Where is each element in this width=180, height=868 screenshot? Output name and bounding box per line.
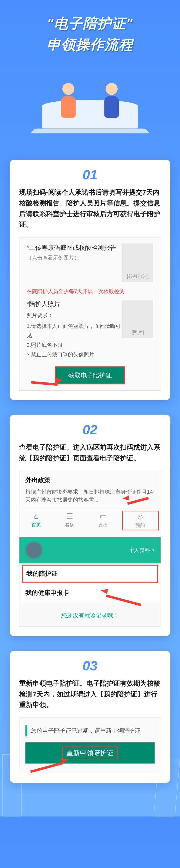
avatar[interactable] xyxy=(25,542,42,559)
step-2-number: 02 xyxy=(19,422,161,437)
arrow-head-annotation xyxy=(56,377,63,383)
upload-nucleic-hint: （点击查看示例图片） xyxy=(27,254,122,261)
step-2-description: 查看电子陪护证。进入病区前再次扫码或进入系统【我的陪护证】页面查看电子陪护证。 xyxy=(19,442,161,464)
profile-bar: 个人资料 > xyxy=(20,537,160,563)
empty-record-tip: 您还没有就诊记录哦！ xyxy=(20,604,160,626)
photo-req-3: 3.禁止上传戴口罩的头像照片 xyxy=(27,350,122,360)
upload-nucleic-label: *上传粤康码截图或核酸检测报告 xyxy=(27,244,122,252)
nav-mine[interactable]: ☺ 我的 xyxy=(122,511,159,530)
caregiver-photo-placeholder[interactable]: [照片] xyxy=(122,300,153,338)
person-right-illustration xyxy=(101,83,122,131)
photo-req-title: 照片要求： xyxy=(27,311,122,320)
green-stripe-decoration xyxy=(25,725,27,737)
page-header: "电子陪护证" 申领操作流程 xyxy=(0,0,180,64)
nav-consult[interactable]: ☰ 看病 xyxy=(53,512,87,529)
step-3-card: 03 重新申领电子陪护证。电子陪护证有效期为核酸检测7天内，如过期请进入【我的陪… xyxy=(9,651,171,783)
title-line-1: "电子陪护证" xyxy=(9,14,171,33)
arrow-head-annotation xyxy=(100,588,108,594)
nucleic-warning: 在院陪护人员至少每7天开展一次核酸检测 xyxy=(27,288,153,295)
nucleic-report-placeholder[interactable]: [核酸报告] xyxy=(122,244,153,282)
step-1-description: 现场扫码-阅读个人承诺书后请填写并提交7天内核酸检测报告、陪护人员照片等信息。提… xyxy=(19,187,161,230)
policy-title: 外出政策 xyxy=(25,476,155,484)
title-line-2: 申领操作流程 xyxy=(9,35,171,54)
step-1-screenshot: *上传粤康码截图或核酸检测报告 （点击查看示例图片） [核酸报告] 在院陪护人员… xyxy=(19,237,161,391)
step-1-card: 01 现场扫码-阅读个人承诺书后请填写并提交7天内核酸检测报告、陪护人员照片等信… xyxy=(9,160,171,400)
step-3-screenshot: 您的电子陪护证已过期，请重新申领陪护证。 重新申领陪护证 xyxy=(19,717,161,773)
step-2-card: 02 查看电子陪护证。进入病区前再次扫码或进入系统【我的陪护证】页面查看电子陪护… xyxy=(9,414,171,636)
home-icon: ⌂ xyxy=(20,512,53,521)
profile-link[interactable]: 个人资料 > xyxy=(129,547,155,554)
person-left-illustration xyxy=(58,83,79,131)
step-1-number: 01 xyxy=(19,167,161,182)
bottom-nav: ⌂ 首页 ☰ 看病 ▭ 直播 ☺ 我的 xyxy=(20,508,160,532)
caregiver-photo-label: *陪护人照片 xyxy=(27,300,122,308)
live-icon: ▭ xyxy=(86,512,120,521)
photo-req-1: 1.请选择本人正面免冠照片，面部清晰可见 xyxy=(27,321,122,340)
user-icon: ☺ xyxy=(124,513,157,521)
consult-icon: ☰ xyxy=(53,512,87,521)
step-3-description: 重新申领电子陪护证。电子陪护证有效期为核酸检测7天内，如过期请进入【我的陪护证】… xyxy=(19,678,161,710)
photo-req-2: 2.照片底色不限 xyxy=(27,340,122,350)
header-illustration xyxy=(9,68,171,150)
arrow-head-annotation xyxy=(122,495,129,501)
nav-live[interactable]: ▭ 直播 xyxy=(86,512,120,529)
reapply-button[interactable]: 重新申领陪护证 xyxy=(25,742,155,764)
expired-notice: 您的电子陪护证已过期，请重新申领陪护证。 xyxy=(31,725,146,737)
menu-my-cert[interactable]: 我的陪护证 xyxy=(22,565,158,583)
step-3-number: 03 xyxy=(19,658,161,673)
menu-health-card[interactable]: 我的健康申报卡 xyxy=(20,584,160,602)
get-cert-button[interactable]: 获取电子陪护证 xyxy=(55,366,125,384)
nav-home[interactable]: ⌂ 首页 xyxy=(20,512,53,529)
